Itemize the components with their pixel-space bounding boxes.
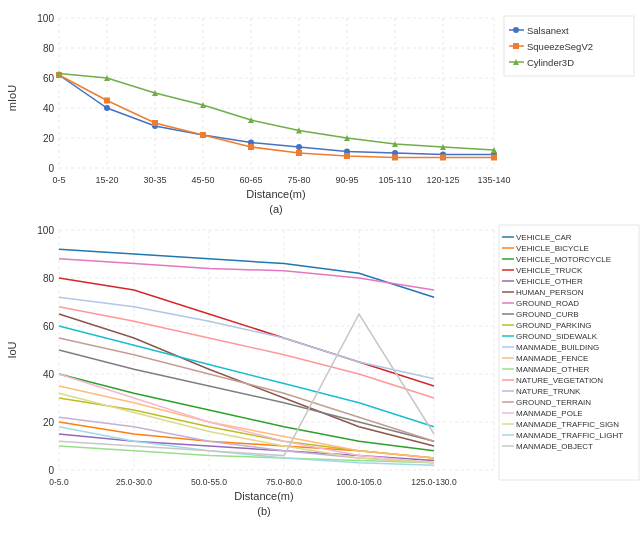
b-y-100: 100: [37, 225, 54, 236]
x-tick-10: 135-140: [477, 175, 510, 185]
leg-man-oth-lbl: MANMADE_OTHER: [516, 365, 590, 374]
b-y-axis-label: IoU: [6, 341, 18, 358]
x-tick-9: 120-125: [426, 175, 459, 185]
chart-a-title: (a): [269, 203, 282, 215]
b-y-60: 60: [43, 321, 55, 332]
leg-veg-lbl: NATURE_VEGETATION: [516, 376, 603, 385]
x-tick-2: 15-20: [95, 175, 118, 185]
leg-park-lbl: GROUND_PARKING: [516, 321, 591, 330]
curb-line: [59, 350, 434, 441]
b-y-0: 0: [48, 465, 54, 476]
y-tick-80: 80: [43, 43, 55, 54]
leg-side-lbl: GROUND_SIDEWALK: [516, 332, 598, 341]
leg-tsign-lbl: MANMADE_TRAFFIC_SIGN: [516, 420, 619, 429]
y-tick-60: 60: [43, 73, 55, 84]
leg-person-lbl: HUMAN_PERSON: [516, 288, 584, 297]
leg-terr-lbl: GROUND_TERRAIN: [516, 398, 591, 407]
b-x-0: 0-5.0: [49, 477, 69, 487]
squeezesegv2-pt1: [104, 98, 110, 104]
leg-mobj-lbl: MANMADE_OBJECT: [516, 442, 593, 451]
b-x-2: 50.0-55.0: [191, 477, 227, 487]
legend-salsanext-label: Salsanext: [527, 25, 569, 36]
b-x-1: 25.0-30.0: [116, 477, 152, 487]
leg-truck-lbl: VEHICLE_TRUCK: [516, 266, 583, 275]
salsanext-pt5: [296, 144, 302, 150]
x-tick-5: 60-65: [239, 175, 262, 185]
x-tick-8: 105-110: [378, 175, 411, 185]
leg-trunk-lbl: NATURE_TRUNK: [516, 387, 581, 396]
chart-a-section: 0 20 40 60 80 100 mIoU 0-5 15-20 30-35 4…: [4, 8, 636, 220]
leg-build-lbl: MANMADE_BUILDING: [516, 343, 599, 352]
sidewalk-line: [59, 326, 434, 427]
legend-squeeze-label: SqueezeSegV2: [527, 41, 593, 52]
squeezesegv2-pt3: [200, 132, 206, 138]
terrain-line: [59, 338, 434, 441]
y-axis-label: mIoU: [6, 85, 18, 111]
squeezesegv2-pt9: [491, 155, 497, 161]
leg-bicy-lbl: VEHICLE_BICYCLE: [516, 244, 589, 253]
leg-tlight-lbl: MANMADE_TRAFFIC_LIGHT: [516, 431, 623, 440]
b-x-4: 100.0-105.0: [336, 477, 382, 487]
x-tick-6: 75-80: [287, 175, 310, 185]
b-y-80: 80: [43, 273, 55, 284]
b-x-3: 75.0-80.0: [266, 477, 302, 487]
leg-car-lbl: VEHICLE_CAR: [516, 233, 572, 242]
car-line: [59, 249, 434, 297]
x-tick-4: 45-50: [191, 175, 214, 185]
chart-b-title: (b): [257, 505, 270, 517]
leg-fence-lbl: MANMADE_FENCE: [516, 354, 588, 363]
chart-b-svg: 0 20 40 60 80 100 IoU 0-5.0 25.0-30.0 50…: [4, 220, 640, 535]
legend-salsanext-dot: [513, 27, 519, 33]
cylinder3d-line: [59, 74, 494, 151]
b-y-40: 40: [43, 369, 55, 380]
leg-veh-oth-lbl: VEHICLE_OTHER: [516, 277, 583, 286]
main-container: 0 20 40 60 80 100 mIoU 0-5 15-20 30-35 4…: [0, 0, 640, 538]
b-y-20: 20: [43, 417, 55, 428]
squeezesegv2-pt2: [152, 120, 158, 126]
chart-a-svg: 0 20 40 60 80 100 mIoU 0-5 15-20 30-35 4…: [4, 8, 640, 218]
y-tick-0: 0: [48, 163, 54, 174]
y-tick-40: 40: [43, 103, 55, 114]
squeezesegv2-pt6: [344, 153, 350, 159]
y-tick-100: 100: [37, 13, 54, 24]
squeezesegv2-pt4: [248, 144, 254, 150]
b-x-axis-label: Distance(m): [234, 490, 293, 502]
x-tick-7: 90-95: [335, 175, 358, 185]
x-tick-3: 30-35: [143, 175, 166, 185]
y-tick-20: 20: [43, 133, 55, 144]
x-axis-label-a: Distance(m): [246, 188, 305, 200]
x-tick-1: 0-5: [52, 175, 65, 185]
squeezesegv2-pt7: [392, 155, 398, 161]
legend-squeeze-rect: [513, 43, 519, 49]
building-line: [59, 297, 434, 379]
leg-curb-lbl: GROUND_CURB: [516, 310, 579, 319]
b-x-5: 125.0-130.0: [411, 477, 457, 487]
legend-cyl-label: Cylinder3D: [527, 57, 574, 68]
road-line: [59, 259, 434, 290]
chart-b-section: 0 20 40 60 80 100 IoU 0-5.0 25.0-30.0 50…: [4, 220, 636, 537]
leg-road-lbl: GROUND_ROAD: [516, 299, 579, 308]
squeezesegv2-pt8: [440, 155, 446, 161]
leg-moto-lbl: VEHICLE_MOTORCYCLE: [516, 255, 611, 264]
leg-pole-lbl: MANMADE_POLE: [516, 409, 583, 418]
salsanext-pt1: [104, 105, 110, 111]
squeezesegv2-pt5: [296, 150, 302, 156]
salsanext-line: [59, 75, 494, 155]
